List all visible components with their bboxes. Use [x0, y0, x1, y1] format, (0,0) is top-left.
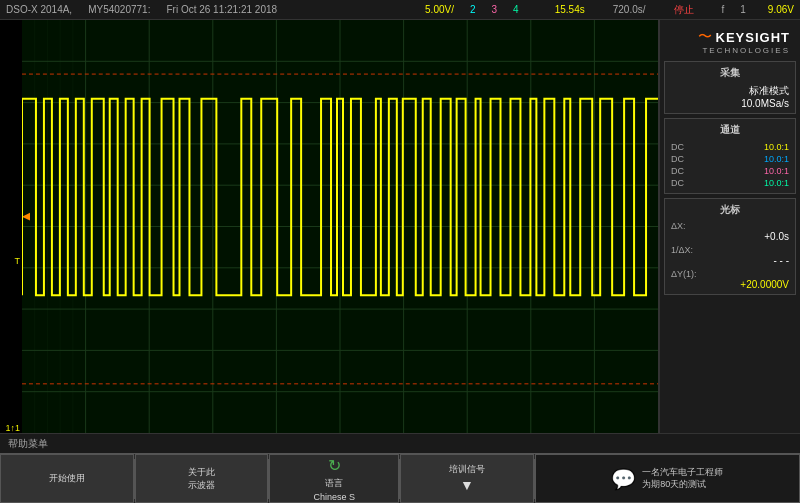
yaxis-bottom: 1↑1 [0, 423, 22, 433]
wechat-icon: 💬 [611, 467, 636, 491]
training-button[interactable]: 培训信号 ▼ [400, 454, 534, 503]
ch3-row: DC 10.0:1 [671, 165, 789, 177]
ch1-value: 10.0:1 [764, 142, 789, 152]
inv-delta-x-value: - - - [671, 255, 789, 266]
yaxis-3: T [0, 256, 22, 266]
scope-svg [22, 20, 658, 433]
about-button[interactable]: 关于此 示波器 [135, 454, 269, 503]
status-label: 停止 [674, 3, 694, 17]
oscilloscope-ui: DSO-X 2014A, MY54020771: Fri Oct 26 11:2… [0, 0, 800, 503]
delta-y-label: ΔY(1): [671, 269, 697, 279]
ch-title: 通道 [671, 123, 789, 137]
brand-name: 一名汽车电子工程师 [642, 467, 723, 479]
serial-label: MY54020771: [88, 4, 150, 15]
timebase-label: 15.54s [555, 4, 585, 15]
ch4-row: DC 10.0:1 [671, 177, 789, 189]
ch3-value: 10.0:1 [764, 166, 789, 176]
lang-label: 语言 [325, 477, 343, 490]
training-label: 培训信号 [449, 464, 485, 475]
trigger-indicator: f [722, 4, 725, 15]
training-icon: ▼ [460, 477, 474, 493]
bottom-bar: 帮助菜单 [0, 433, 800, 453]
ch4-marker: 4 [513, 4, 519, 15]
keysight-brand: KEYSIGHT [716, 30, 790, 45]
language-button[interactable]: ↻ 语言 Chinese S [269, 454, 399, 503]
ch4-value: 10.0:1 [764, 178, 789, 188]
keysight-logo: 〜 KEYSIGHT TECHNOLOGIES [664, 24, 796, 57]
cursor-section: 光标 ΔX: +0.0s 1/ΔX: - - - ΔY(1): +20.0000… [664, 198, 796, 295]
delta-y-value: +20.0000V [671, 279, 789, 290]
scope-display: T 1↑1 [0, 20, 660, 433]
keysight-sub: TECHNOLOGIES [702, 46, 790, 55]
header-bar: DSO-X 2014A, MY54020771: Fri Oct 26 11:2… [0, 0, 800, 20]
ch-section: 通道 DC 10.0:1 DC 10.0:1 DC 10.0:1 DC 10.0… [664, 118, 796, 194]
brand-sub: 为期80天的测试 [642, 479, 723, 491]
acq-mode: 标准模式 [671, 84, 789, 98]
acq-section: 采集 标准模式 10.0MSa/s [664, 61, 796, 114]
brand-section: 💬 一名汽车电子工程师 为期80天的测试 [535, 454, 800, 503]
yaxis-labels: T 1↑1 [0, 20, 22, 433]
start-button[interactable]: 开始使用 [0, 454, 134, 503]
ch3-label: DC [671, 166, 684, 176]
samplerate-label: 720.0s/ [613, 4, 646, 15]
lang-icon: ↻ [328, 456, 341, 475]
keysight-icon: 〜 [698, 28, 712, 46]
datetime-label: Fri Oct 26 11:21:21 2018 [166, 4, 277, 15]
model-label: DSO-X 2014A, [6, 4, 72, 15]
voltage-ref: 9.06V [768, 4, 794, 15]
acq-rate: 10.0MSa/s [671, 98, 789, 109]
delta-x-label: ΔX: [671, 221, 686, 231]
delta-x-value: +0.0s [671, 231, 789, 242]
start-label: 开始使用 [49, 473, 85, 484]
acq-title: 采集 [671, 66, 789, 80]
ch2-value: 10.0:1 [764, 154, 789, 164]
ch4-label: DC [671, 178, 684, 188]
ch-num: 1 [740, 4, 746, 15]
toolbar: 开始使用 关于此 示波器 ↻ 语言 Chinese S 培训信号 ▼ 💬 一名汽… [0, 453, 800, 503]
ch3-marker: 3 [492, 4, 498, 15]
sidebar: 〜 KEYSIGHT TECHNOLOGIES 采集 标准模式 10.0MSa/… [660, 20, 800, 433]
ch1-row: DC 10.0:1 [671, 141, 789, 153]
scale-label: 5.00V/ [425, 4, 454, 15]
ch2-row: DC 10.0:1 [671, 153, 789, 165]
cursor-title: 光标 [671, 203, 789, 217]
content-area: T 1↑1 [0, 20, 800, 433]
brand-info: 一名汽车电子工程师 为期80天的测试 [642, 467, 723, 490]
about-line1: 关于此 [188, 467, 215, 478]
lang-value: Chinese S [313, 492, 355, 502]
ch2-marker: 2 [470, 4, 476, 15]
about-line2: 示波器 [188, 480, 215, 491]
inv-delta-x-label: 1/ΔX: [671, 245, 693, 255]
bottom-text: 帮助菜单 [8, 437, 48, 451]
ch1-label: DC [671, 142, 684, 152]
ch2-label: DC [671, 154, 684, 164]
